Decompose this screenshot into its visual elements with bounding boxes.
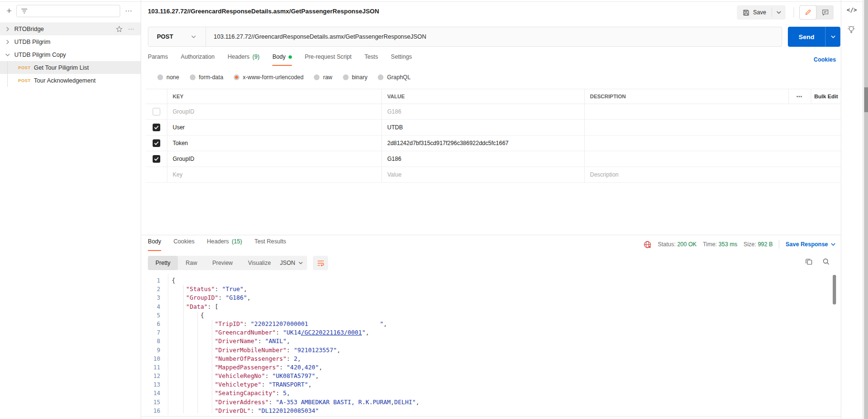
code-line: 2 "Status": "True", — [146, 285, 837, 293]
view-tab-pretty[interactable]: Pretty — [148, 256, 178, 270]
view-tab-visualize[interactable]: Visualize — [240, 256, 279, 270]
cookies-link[interactable]: Cookies — [814, 56, 836, 63]
url-input[interactable]: 103.116.27.72//GreencardResponseDetails.… — [214, 33, 426, 40]
response-divider — [141, 235, 841, 235]
body-mode-form-data[interactable]: form-data — [190, 74, 223, 81]
row-key-cell[interactable]: Token — [173, 140, 378, 147]
bulk-edit-button[interactable]: Bulk Edit — [811, 94, 841, 99]
response-tab-headers[interactable]: Headers(15) — [207, 238, 242, 251]
lightbulb-icon[interactable] — [847, 25, 856, 34]
row-checkbox[interactable] — [153, 139, 160, 147]
request-label: Tour Acknowledgement — [34, 77, 95, 84]
sidebar-request-item[interactable]: POSTGet Tour Piligrim List — [0, 61, 141, 74]
table-header-row: KEY VALUE DESCRIPTION ⋯ Bulk Edit — [146, 89, 841, 104]
tab-tests[interactable]: Tests — [364, 53, 378, 66]
save-button[interactable]: Save — [737, 5, 772, 20]
window-scrollbar-thumb[interactable] — [864, 87, 868, 112]
tab-body[interactable]: Body — [272, 53, 292, 66]
size-value: 992 B — [758, 241, 773, 248]
json-token: "Data" — [186, 303, 207, 310]
mode-label: GraphQL — [387, 74, 410, 81]
json-token: "MappedPassengers" — [215, 364, 279, 371]
send-dropdown-button[interactable] — [825, 27, 840, 47]
response-status-bar: Status: 200 OK Time: 353 ms Size: 992 B … — [642, 238, 836, 251]
method-select[interactable]: POST — [148, 33, 191, 40]
sidebar-collection[interactable]: RTOBridge⋯ — [0, 22, 141, 35]
row-checkbox[interactable] — [153, 124, 160, 131]
chevron-right-icon[interactable] — [5, 39, 10, 45]
pencil-icon — [805, 9, 811, 16]
search-response-button[interactable] — [822, 258, 830, 265]
save-dropdown-button[interactable] — [772, 5, 785, 20]
table-row: GroupIDG186 — [146, 151, 841, 167]
more-icon[interactable]: ⋯ — [128, 25, 134, 32]
json-token: "G186" — [226, 294, 247, 301]
json-token: : [ — [207, 303, 218, 310]
row-key-cell[interactable]: Key — [173, 171, 378, 178]
chevron-down-icon[interactable] — [5, 52, 10, 58]
row-checkbox[interactable] — [153, 108, 160, 115]
view-tab-raw[interactable]: Raw — [178, 256, 205, 270]
chevron-right-icon[interactable] — [5, 26, 10, 32]
sidebar-request-item[interactable]: POSTTour Acknowledgement — [0, 74, 141, 87]
response-tab-body[interactable]: Body — [148, 238, 161, 251]
row-value-cell[interactable]: UTDB — [387, 124, 588, 131]
tab-settings[interactable]: Settings — [391, 53, 412, 66]
tab-pre-request-script[interactable]: Pre-request Script — [305, 53, 351, 66]
send-button[interactable]: Send — [788, 27, 825, 47]
wrap-lines-button[interactable] — [313, 256, 328, 270]
row-value-cell[interactable]: 2d81242d7bf315cd917f296c386922ddc5fc1667 — [387, 140, 588, 147]
json-token: "Vehicletype" — [215, 381, 261, 388]
method-chevron-icon[interactable] — [191, 35, 206, 38]
json-token: "UK14 — [283, 329, 301, 336]
body-mode-binary[interactable]: binary — [343, 74, 368, 81]
row-key-cell[interactable]: User — [173, 124, 378, 131]
view-tab-preview[interactable]: Preview — [205, 256, 240, 270]
code-snippet-icon[interactable]: </> — [845, 7, 858, 13]
json-token: "Status" — [186, 285, 215, 293]
row-key-cell[interactable]: GroupID — [173, 156, 378, 162]
code-text: { — [165, 276, 176, 285]
json-token: "220221207000001 " — [251, 320, 383, 327]
code-text: "DriverAddress": "A-353 AMBEDKAR BASTI, … — [165, 398, 419, 407]
row-value-cell[interactable]: G186 — [387, 108, 588, 115]
sidebar-more-icon[interactable]: ⋯ — [122, 5, 135, 17]
tab-params[interactable]: Params — [148, 53, 168, 66]
new-collection-button[interactable]: + — [4, 5, 14, 17]
edit-mode-button[interactable] — [799, 5, 816, 20]
code-scrollbar-thumb[interactable] — [833, 275, 836, 304]
response-body-code[interactable]: 1{2 "Status": "True",3 "GroupID": "G186"… — [146, 274, 837, 416]
comment-button[interactable] — [816, 5, 834, 20]
copy-response-button[interactable] — [805, 258, 813, 265]
json-token: : — [261, 381, 269, 388]
table-more-icon[interactable]: ⋯ — [788, 93, 811, 100]
row-description-cell[interactable]: Description — [590, 171, 785, 178]
tab-authorization[interactable]: Authorization — [181, 53, 215, 66]
unsaved-changes-dot — [289, 55, 292, 59]
response-tab-cookies[interactable]: Cookies — [174, 238, 195, 251]
table-row: KeyValueDescription — [146, 167, 841, 183]
code-text: "GreencardNumber": "UK14/GC220221163/000… — [165, 328, 369, 337]
col-divider — [167, 120, 167, 135]
json-token: , — [319, 364, 323, 371]
row-key-cell[interactable]: GroupID — [173, 108, 378, 115]
code-text: "Vehicletype": "TRANSPORT", — [165, 380, 312, 389]
sidebar-collection[interactable]: UTDB Pilgrim — [0, 35, 141, 48]
sidebar-filter-input[interactable] — [16, 5, 120, 17]
body-mode-none[interactable]: none — [157, 74, 179, 81]
tab-headers[interactable]: Headers(9) — [227, 53, 259, 66]
tab-label: Settings — [391, 53, 412, 60]
save-response-button[interactable]: Save Response — [785, 241, 836, 248]
sidebar-collection[interactable]: UTDB Pilgrim Copy — [0, 48, 141, 61]
star-icon[interactable] — [116, 26, 123, 32]
format-select[interactable]: JSON — [276, 256, 307, 270]
body-mode-raw[interactable]: raw — [314, 74, 332, 81]
response-tab-test-results[interactable]: Test Results — [255, 238, 286, 251]
body-mode-GraphQL[interactable]: GraphQL — [378, 74, 410, 81]
code-line: 14 "SeatingCapacity": 5, — [146, 389, 837, 398]
body-mode-x-www-form-urlencoded[interactable]: x-www-form-urlencoded — [234, 74, 303, 81]
window-scrollbar[interactable] — [862, 0, 868, 419]
row-checkbox[interactable] — [153, 155, 160, 163]
row-value-cell[interactable]: G186 — [387, 156, 588, 162]
row-value-cell[interactable]: Value — [387, 171, 588, 178]
